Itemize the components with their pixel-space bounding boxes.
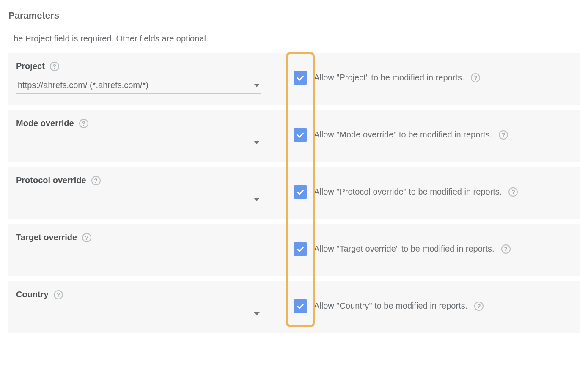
help-icon[interactable]: ? <box>508 187 518 197</box>
allow-modify-checkbox[interactable] <box>294 299 307 313</box>
parameter-select[interactable] <box>16 306 261 322</box>
chevron-down-icon <box>254 84 260 87</box>
allow-modify-label: Allow "Protocol override" to be modified… <box>314 187 502 197</box>
parameter-row: Protocol override?Allow "Protocol overri… <box>8 167 580 219</box>
help-icon[interactable]: ? <box>54 290 63 299</box>
parameter-row: Target override?Allow "Target override" … <box>8 224 580 276</box>
select-value: https://ahrefs.com/ (*.ahrefs.com/*) <box>18 80 148 90</box>
parameter-select[interactable]: https://ahrefs.com/ (*.ahrefs.com/*) <box>16 78 261 94</box>
allow-modify-label: Allow "Country" to be modified in report… <box>314 301 467 311</box>
allow-modify-checkbox[interactable] <box>294 128 307 142</box>
allow-modify-checkbox[interactable] <box>294 71 307 85</box>
parameter-label: Mode override <box>16 118 74 128</box>
section-subtitle: The Project field is required. Other fie… <box>8 34 580 44</box>
help-icon[interactable]: ? <box>499 130 508 140</box>
help-icon[interactable]: ? <box>82 233 91 242</box>
check-icon <box>296 187 305 197</box>
chevron-down-icon <box>254 312 260 315</box>
parameter-label: Country <box>16 290 49 299</box>
chevron-down-icon <box>254 141 260 144</box>
parameters-list: Project?https://ahrefs.com/ (*.ahrefs.co… <box>8 53 580 333</box>
help-icon[interactable]: ? <box>50 62 59 71</box>
parameter-row: Mode override?Allow "Mode override" to b… <box>8 110 580 162</box>
check-icon <box>296 302 305 311</box>
parameter-label: Target override <box>16 233 77 242</box>
parameter-select[interactable] <box>16 135 261 151</box>
parameter-label: Protocol override <box>16 176 86 185</box>
help-icon[interactable]: ? <box>471 73 480 82</box>
parameter-label: Project <box>16 61 45 71</box>
check-icon <box>296 73 305 82</box>
allow-modify-label: Allow "Project" to be modified in report… <box>314 73 464 82</box>
help-icon[interactable]: ? <box>474 302 484 311</box>
check-icon <box>296 244 305 254</box>
allow-modify-label: Allow "Mode override" to be modified in … <box>314 130 492 140</box>
chevron-down-icon <box>254 198 260 201</box>
allow-modify-label: Allow "Target override" to be modified i… <box>314 244 495 254</box>
parameter-select[interactable] <box>16 192 261 208</box>
parameter-input[interactable] <box>16 249 261 265</box>
allow-modify-checkbox[interactable] <box>294 185 307 199</box>
help-icon[interactable]: ? <box>501 244 511 254</box>
check-icon <box>296 130 305 140</box>
help-icon[interactable]: ? <box>79 119 88 128</box>
help-icon[interactable]: ? <box>91 176 101 185</box>
section-title: Parameters <box>8 10 580 21</box>
allow-modify-checkbox[interactable] <box>294 242 307 256</box>
parameter-row: Project?https://ahrefs.com/ (*.ahrefs.co… <box>8 53 580 105</box>
parameter-row: Country?Allow "Country" to be modified i… <box>8 281 580 333</box>
